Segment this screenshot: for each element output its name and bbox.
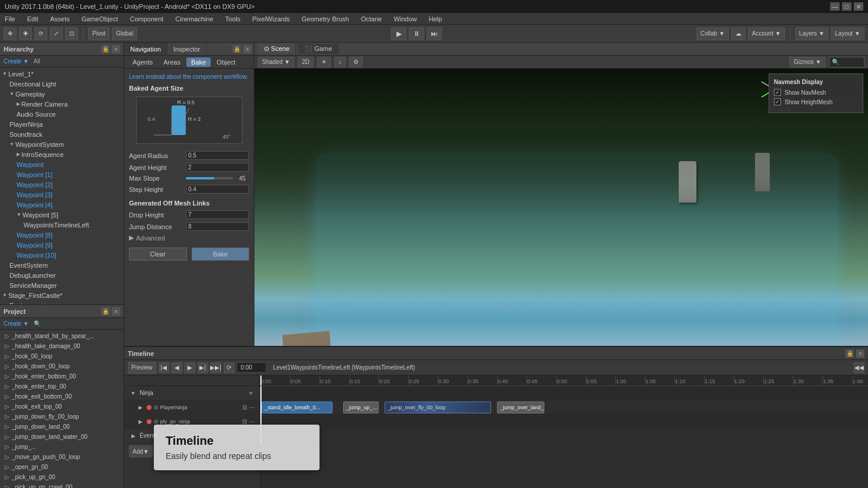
layout-button[interactable]: Layout ▼: [831, 27, 864, 40]
proj-item-7[interactable]: ▷_hook_exit_bottom_00: [0, 391, 124, 402]
menu-cinemachine[interactable]: Cinemachine: [173, 15, 215, 23]
toolbar-hand-tool[interactable]: ✥: [4, 27, 17, 40]
drop-height-input[interactable]: [186, 210, 249, 219]
tl-loop-button[interactable]: ⟳: [224, 362, 234, 373]
proj-item-14[interactable]: ▷_open_gn_00: [0, 462, 124, 472]
tl-add-button[interactable]: Add▼: [129, 445, 153, 457]
toolbar-global-button[interactable]: Global: [112, 27, 137, 40]
toolbar-scale-tool[interactable]: ⤢: [50, 27, 63, 40]
window-controls[interactable]: — □ ✕: [830, 2, 863, 11]
hier-player-ninja[interactable]: PlayerNinja: [0, 119, 124, 129]
clips-area[interactable]: 0:00 0:05 0:10 0:15 0:20 0:25 0:30 0:35 …: [260, 375, 868, 488]
proj-item-3[interactable]: ▷_hook_00_loop: [0, 351, 124, 361]
show-height-checkbox[interactable]: ✓: [774, 98, 781, 105]
menu-octane[interactable]: Octane: [359, 15, 384, 23]
hier-event-system[interactable]: EventSystem: [0, 260, 124, 270]
toolbar-move-tool[interactable]: ✚: [19, 27, 32, 40]
menu-gameobject[interactable]: GameObject: [79, 15, 121, 23]
hier-soundtrack[interactable]: Soundtrack: [0, 129, 124, 139]
shaded-button[interactable]: Shaded ▼: [258, 57, 294, 68]
hier-directional-light[interactable]: Directional Light: [0, 79, 124, 89]
play-button[interactable]: ▶: [391, 27, 406, 40]
timeline-menu-button[interactable]: ≡: [856, 349, 864, 358]
hierarchy-lock-button[interactable]: 🔒: [101, 45, 109, 53]
hier-level1[interactable]: ▼Level_1*: [0, 69, 124, 79]
toolbar-pivot-button[interactable]: Pivot: [88, 27, 109, 40]
sub-tab-areas[interactable]: Areas: [159, 57, 185, 67]
proj-item-11[interactable]: ▷_jump_down_land_water_00: [0, 432, 124, 442]
proj-item-8[interactable]: ▷_hook_exit_top_00: [0, 402, 124, 412]
project-create-btn[interactable]: Create ▼: [4, 320, 29, 327]
effects-button[interactable]: ⚙: [349, 57, 363, 68]
hier-waypoint-10[interactable]: Waypoint [10]: [0, 250, 124, 260]
maximize-button[interactable]: □: [842, 2, 851, 11]
inspector-menu-button[interactable]: ≡: [243, 45, 251, 53]
clip-jump-over-fly[interactable]: _jump_over_fly_00_loop: [385, 402, 491, 413]
tl-collapse-button[interactable]: ◀◀: [854, 362, 864, 373]
hier-waypoint-9[interactable]: Waypoint [9]: [0, 240, 124, 250]
clip-jump-over-land[interactable]: _jump_over_land_00: [497, 402, 544, 413]
layers-button[interactable]: Layers ▼: [795, 27, 829, 40]
proj-item-12[interactable]: ▷_jump_...: [0, 442, 124, 452]
hier-stage-first-castle[interactable]: ▼Stage_FirstCastle*: [0, 290, 124, 300]
hier-waypoints-tl-left[interactable]: WaypointsTimelineLeft: [0, 220, 124, 230]
pause-button[interactable]: ⏸: [409, 27, 424, 40]
player-ninja-expand[interactable]: ▶: [136, 403, 144, 412]
hierarchy-create-btn[interactable]: Create ▼: [4, 58, 29, 65]
hier-waypoint-2[interactable]: Waypoint [2]: [0, 179, 124, 190]
cloud-button[interactable]: ☁: [731, 27, 746, 40]
proj-item-15[interactable]: ▷_pick_up_gn_00: [0, 472, 124, 482]
menu-assets[interactable]: Assets: [48, 15, 72, 23]
agent-radius-input[interactable]: [186, 151, 249, 160]
proj-item-13[interactable]: ▷_move_gn_push_00_loop: [0, 452, 124, 462]
tl-next-button[interactable]: ▶|: [198, 362, 208, 373]
menu-edit[interactable]: Edit: [25, 15, 41, 23]
menu-file[interactable]: File: [2, 15, 18, 23]
step-button[interactable]: ⏭: [427, 27, 442, 40]
proj-item-1[interactable]: ▷_health_stand_hit_by_spear_...: [0, 331, 124, 341]
proj-item-16[interactable]: ▷_pick_up_gn_crawl_00: [0, 482, 124, 488]
tl-start-button[interactable]: |◀: [159, 362, 169, 373]
audio-button[interactable]: ♪: [334, 57, 346, 68]
hierarchy-all-btn[interactable]: All: [34, 58, 40, 65]
menu-component[interactable]: Component: [127, 15, 166, 23]
minimize-button[interactable]: —: [830, 2, 840, 11]
2d-button[interactable]: 2D: [298, 57, 314, 68]
sub-tab-bake[interactable]: Bake: [186, 57, 211, 67]
clear-button[interactable]: Clear: [129, 248, 187, 261]
hier-debug-launcher[interactable]: DebugLauncher: [0, 270, 124, 280]
clip-stand-idle[interactable]: _stand_idle_breath_0...: [262, 402, 333, 413]
hier-service-manager[interactable]: ServiceManager: [0, 280, 124, 290]
toolbar-rotate-tool[interactable]: ⟳: [34, 27, 47, 40]
learn-link[interactable]: Learn instead about the component workfl…: [129, 73, 249, 80]
hier-intro-sequence[interactable]: ▶IntroSequence: [0, 149, 124, 159]
tab-game[interactable]: ⬛ Game: [298, 44, 338, 54]
toolbar-rect-tool[interactable]: ⊡: [65, 27, 78, 40]
scene-search-input[interactable]: [829, 57, 864, 68]
preview-button[interactable]: Preview: [128, 362, 156, 374]
ply-gn-expand[interactable]: ▶: [136, 418, 144, 426]
collab-button[interactable]: Collab ▼: [696, 27, 729, 40]
advanced-row[interactable]: ▶ Advanced: [129, 234, 249, 242]
menu-tools[interactable]: Tools: [223, 15, 243, 23]
gizmos-button[interactable]: Gizmos ▼: [789, 57, 825, 68]
hier-audio-source[interactable]: Audio Source: [0, 109, 124, 119]
jump-distance-input[interactable]: [186, 222, 249, 231]
sub-tab-agents[interactable]: Agents: [128, 57, 157, 67]
account-button[interactable]: Account ▼: [748, 27, 785, 40]
project-menu-button[interactable]: ≡: [112, 307, 120, 316]
sub-tab-object[interactable]: Object: [212, 57, 240, 67]
proj-item-9[interactable]: ▷_jump_down_fly_00_loop: [0, 412, 124, 422]
project-lock-button[interactable]: 🔒: [101, 307, 109, 316]
close-button[interactable]: ✕: [854, 2, 863, 11]
proj-item-5[interactable]: ▷_hook_enter_bottom_00: [0, 371, 124, 381]
menu-geometry-brush[interactable]: Geometry Brush: [299, 15, 351, 23]
step-height-input[interactable]: [186, 185, 249, 194]
tl-prev-button[interactable]: ◀: [172, 362, 182, 373]
tab-scene[interactable]: ⊙ Scene: [258, 44, 296, 54]
hierarchy-menu-button[interactable]: ≡: [112, 45, 120, 53]
tab-inspector[interactable]: Inspector: [167, 43, 206, 55]
proj-item-6[interactable]: ▷_hook_enter_top_00: [0, 381, 124, 391]
tl-end-button[interactable]: ▶▶|: [211, 362, 221, 373]
hier-waypoint-system[interactable]: ▼WaypointSystem: [0, 139, 124, 149]
